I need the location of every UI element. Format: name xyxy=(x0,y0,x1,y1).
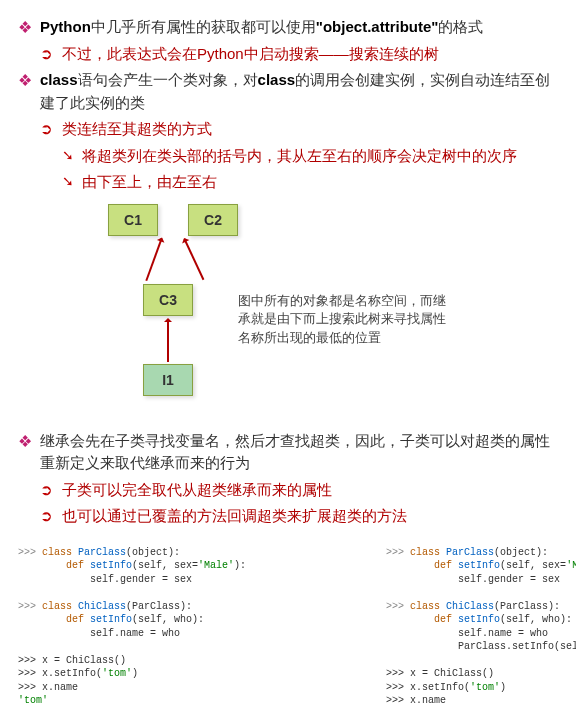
bullet-2a2: 由下至上，由左至右 xyxy=(18,171,558,194)
box-i1: I1 xyxy=(143,364,193,396)
bullet-1a: 不过，此表达式会在Python中启动搜索——搜索连续的树 xyxy=(18,43,558,66)
arrow-icon xyxy=(167,319,169,362)
bullet-1: Python中几乎所有属性的获取都可以使用"object.attribute"的… xyxy=(18,16,558,39)
bullet-3: 继承会先在子类寻找变量名，然后才查找超类，因此，子类可以对超类的属性重新定义来取… xyxy=(18,430,558,475)
box-c2: C2 xyxy=(188,204,238,236)
bullet-3b: 也可以通过已覆盖的方法回调超类来扩展超类的方法 xyxy=(18,505,558,528)
bullet-3a: 子类可以完全取代从超类继承而来的属性 xyxy=(18,479,558,502)
box-c3: C3 xyxy=(143,284,193,316)
bullet-2a: 类连结至其超类的方式 xyxy=(18,118,558,141)
inheritance-diagram: C1 C2 C3 I1 图中所有的对象都是名称空间，而继承就是由下而上搜索此树来… xyxy=(108,204,558,414)
bullet-2a1: 将超类列在类头部的括号内，其从左至右的顺序会决定树中的次序 xyxy=(18,145,558,168)
kw: class xyxy=(40,71,78,88)
arrow-icon xyxy=(184,238,204,279)
code-right: >>> class ParClass(object): def setInfo(… xyxy=(386,546,576,708)
box-c1: C1 xyxy=(108,204,158,236)
bullet-2: class语句会产生一个类对象，对class的调用会创建实例，实例自动连结至创建… xyxy=(18,69,558,114)
code-literal: "object.attribute" xyxy=(316,18,439,35)
kw: Python xyxy=(40,18,91,35)
code-left: >>> class ParClass(object): def setInfo(… xyxy=(18,546,372,708)
kw: class xyxy=(258,71,296,88)
arrow-icon xyxy=(145,238,162,281)
code-examples: >>> class ParClass(object): def setInfo(… xyxy=(18,546,558,708)
diagram-note: 图中所有的对象都是名称空间，而继承就是由下而上搜索此树来寻找属性名称所出现的最低… xyxy=(238,292,458,348)
